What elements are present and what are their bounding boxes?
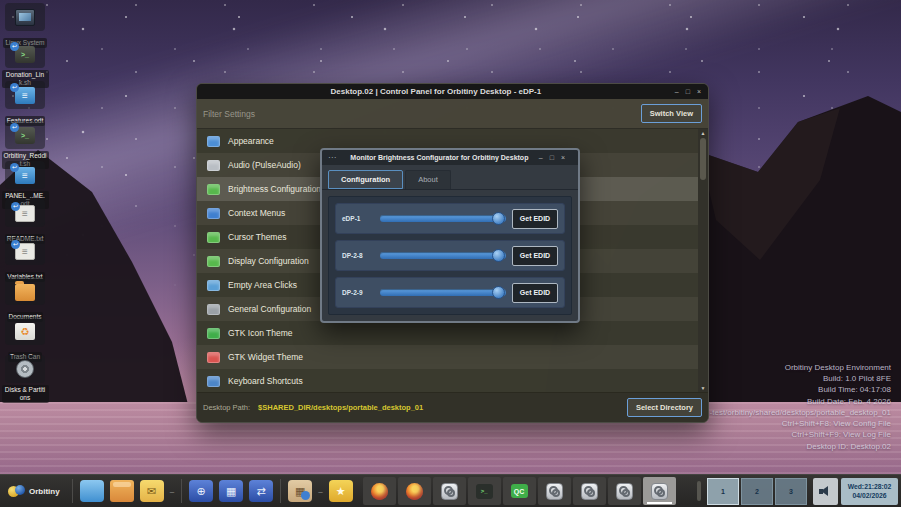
task-orbitiny-app-1[interactable]: [433, 477, 466, 505]
task-orbitiny-app-5[interactable]: [643, 477, 676, 505]
slider-handle[interactable]: [492, 249, 505, 262]
close-icon[interactable]: ×: [561, 154, 565, 161]
brightness-sliders-panel: eDP-1Get EDIDDP-2-8Get EDIDDP-2-9Get EDI…: [328, 196, 572, 315]
brightness-slider-edp-1[interactable]: [380, 215, 506, 222]
task-orbitiny-app-4[interactable]: [608, 477, 641, 505]
task-terminal[interactable]: >_: [468, 477, 501, 505]
maximize-icon[interactable]: □: [686, 88, 690, 95]
monitor-label: eDP-1: [342, 215, 374, 222]
slider-handle[interactable]: [492, 286, 505, 299]
brightness-slider-dp-2-8[interactable]: [380, 252, 506, 259]
apps-grid-launcher[interactable]: ▦: [288, 480, 312, 502]
sync-app-launcher[interactable]: ⇄: [249, 480, 273, 502]
firefox-icon: [406, 483, 423, 500]
control-panel-titlebar[interactable]: Desktop.02 | Control Panel for Orbitiny …: [197, 84, 708, 99]
get-edid-button[interactable]: Get EDID: [512, 246, 558, 266]
desktop-icon-tile: ↩: [5, 161, 45, 189]
system-info-line: ease-test/orbitiny/shared/desktops/porta…: [692, 407, 891, 418]
settings-item-icon: [207, 136, 220, 147]
orbitiny-logo-icon: [8, 485, 25, 498]
filter-settings-input[interactable]: [203, 109, 641, 119]
settings-item-keyboard-shortcuts[interactable]: Keyboard Shortcuts: [197, 369, 708, 392]
system-info-line: Ctrl+Shift+F9: View Log File: [692, 429, 891, 440]
qc-icon: QC: [511, 484, 528, 498]
maximize-icon[interactable]: □: [550, 154, 554, 161]
slider-handle[interactable]: [492, 212, 505, 225]
system-info-line: Build Time: 04:17:08: [692, 384, 891, 395]
task-firefox-1[interactable]: [363, 477, 396, 505]
system-info-overlay: Orbitiny Desktop EnvironmentBuild: 1.0 P…: [692, 362, 891, 452]
scroll-down-icon[interactable]: ▼: [701, 385, 706, 391]
task-group: >_QC: [362, 477, 677, 505]
workspace-pager: 123: [707, 478, 807, 505]
overflow-dash-icon[interactable]: –: [315, 487, 325, 496]
settings-item-label: Context Menus: [228, 208, 285, 218]
settings-item-gtk-widget-theme[interactable]: GTK Widget Theme: [197, 345, 708, 369]
script-icon: ↩: [15, 127, 35, 144]
pager-handle[interactable]: [697, 481, 701, 501]
desktop-icon-tile: [5, 277, 45, 305]
shortcut-arrow-icon: ↩: [11, 240, 20, 249]
task-orbitiny-app-3[interactable]: [573, 477, 606, 505]
task-firefox-2[interactable]: [398, 477, 431, 505]
scrollbar-thumb[interactable]: [700, 138, 706, 180]
volume-button[interactable]: [813, 478, 838, 505]
taskbar-clock[interactable]: Wed:21:28:02 04/02/2026: [841, 478, 898, 505]
desktop-icon-tile: [5, 355, 45, 383]
settings-item-label: Brightness Configuration: [228, 184, 321, 194]
minimize-icon[interactable]: –: [675, 88, 679, 95]
get-edid-button[interactable]: Get EDID: [512, 283, 558, 303]
select-directory-button[interactable]: Select Directory: [627, 398, 702, 417]
system-info-line: Orbitiny Desktop Environment: [692, 362, 891, 373]
slider-row-dp-2-8: DP-2-8Get EDID: [335, 240, 565, 271]
monitor-label: DP-2-8: [342, 252, 374, 259]
switch-view-button[interactable]: Switch View: [641, 104, 702, 123]
close-icon[interactable]: ×: [697, 88, 701, 95]
brightness-slider-dp-2-9[interactable]: [380, 289, 506, 296]
get-edid-button[interactable]: Get EDID: [512, 209, 558, 229]
orbitiny-icon: [546, 483, 563, 500]
settings-item-icon: [207, 328, 220, 339]
taskbar-separator: [280, 479, 281, 503]
window-menu-icon[interactable]: ⋯: [328, 153, 336, 162]
settings-item-label: Cursor Themes: [228, 232, 286, 242]
desktop-icon-tile: ↩: [5, 81, 45, 109]
orbitiny-icon: [651, 483, 668, 500]
panel-app-launcher[interactable]: ▦: [219, 480, 243, 502]
show-desktop-launcher[interactable]: [80, 480, 104, 502]
desktop-icon-disk-9[interactable]: Disks & Partitions: [1, 355, 49, 404]
tab-about[interactable]: About: [405, 170, 451, 189]
taskbar-separator: [72, 479, 73, 503]
settings-item-label: GTK Widget Theme: [228, 352, 303, 362]
settings-item-label: Appearance: [228, 136, 274, 146]
overflow-dash-icon[interactable]: –: [167, 487, 177, 496]
system-info-line: Build: 1.0 Pilot 8FE: [692, 373, 891, 384]
scroll-up-icon[interactable]: ▲: [701, 130, 706, 136]
settings-item-icon: [207, 280, 220, 291]
desktop-icon-tile: ↩: [5, 40, 45, 68]
computer-icon: [15, 9, 35, 26]
shortcut-arrow-icon: ↩: [10, 83, 19, 92]
shortcut-arrow-icon: ↩: [10, 123, 19, 132]
settings-item-gtk-icon-theme[interactable]: GTK Icon Theme: [197, 321, 708, 345]
workspace-button-3[interactable]: 3: [775, 478, 807, 505]
workspace-button-2[interactable]: 2: [741, 478, 773, 505]
mail-launcher[interactable]: ✉: [140, 480, 164, 502]
settings-item-icon: [207, 352, 220, 363]
minimize-icon[interactable]: –: [539, 154, 543, 161]
task-qc[interactable]: QC: [503, 477, 536, 505]
firefox-icon: [371, 483, 388, 500]
settings-item-label: Keyboard Shortcuts: [228, 376, 303, 386]
orbitiny-menu-button[interactable]: Orbitiny: [3, 475, 68, 507]
desktop-icon-tile: ↩: [5, 121, 45, 149]
brightness-dialog-titlebar[interactable]: ⋯ Monitor Brightness Configurator for Or…: [322, 150, 578, 165]
orbitiny-icon: [441, 483, 458, 500]
network-app-launcher[interactable]: ⊕: [189, 480, 213, 502]
task-orbitiny-app-2[interactable]: [538, 477, 571, 505]
favorites-launcher[interactable]: ★: [329, 480, 353, 502]
desktop-path-label: Desktop Path:: [203, 403, 250, 412]
tab-configuration[interactable]: Configuration: [328, 170, 403, 189]
desktop-icon-tile: [5, 317, 45, 345]
workspace-button-1[interactable]: 1: [707, 478, 739, 505]
files-launcher[interactable]: [110, 480, 134, 502]
